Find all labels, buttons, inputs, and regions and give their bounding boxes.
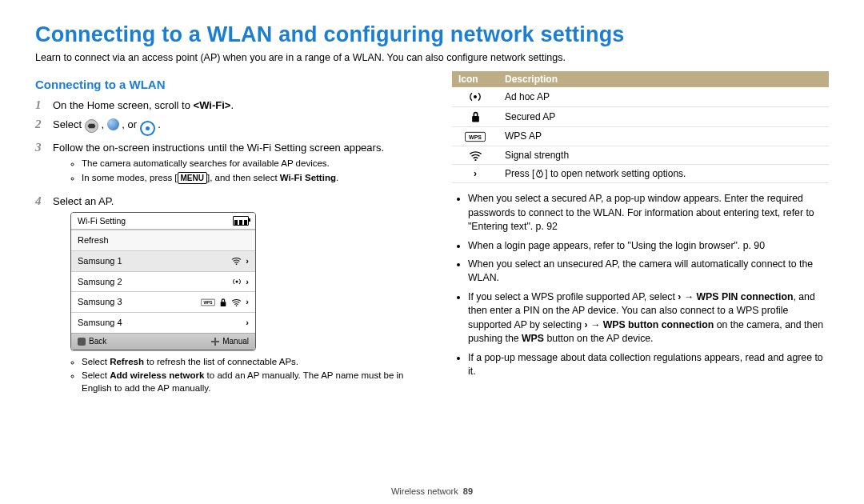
bullet-2: When a login page appears, refer to "Usi… [468, 237, 829, 255]
mode-icon-1 [85, 119, 98, 133]
wps-icon: WPS [201, 298, 215, 306]
table-row: Signal strength [452, 146, 829, 164]
back-key-icon [78, 338, 86, 346]
chevron-right-icon: › [246, 296, 249, 308]
svg-point-0 [236, 264, 238, 265]
panel-row-1: Samsung 1 › [71, 250, 255, 271]
chevron-right-icon: › [246, 276, 249, 288]
panel-row-2: Samsung 2 › [71, 271, 255, 292]
page-title: Connecting to a WLAN and configuring net… [35, 22, 829, 47]
panel-back: Back [78, 336, 106, 347]
th-icon: Icon [452, 71, 498, 87]
panel-manual: Manual [211, 336, 249, 347]
subheading: Connecting to a WLAN [35, 78, 412, 91]
svg-text:WPS: WPS [204, 301, 214, 305]
table-row: WPS WPS AP [452, 127, 829, 146]
step-2: Select , , or . [35, 115, 412, 138]
step-1: On the Home screen, scroll to <Wi-Fi>. [35, 96, 412, 115]
svg-point-1 [236, 280, 238, 282]
wifi-signal-icon [469, 150, 482, 161]
bullet-5: If a pop-up message about data collectio… [468, 349, 829, 382]
th-description: Description [498, 71, 829, 87]
target-icon [140, 121, 155, 136]
table-row: Ad hoc AP [452, 87, 829, 107]
wps-icon: WPS [465, 131, 486, 142]
icon-table: Icon Description Ad hoc AP Secured AP WP… [452, 71, 829, 183]
svg-point-10 [474, 159, 476, 161]
step-3-note-2: In some modes, press [MENU], and then se… [82, 171, 412, 186]
panel-row-4: Samsung 4 › [71, 312, 255, 333]
bullet-1: When you select a secured AP, a pop-up w… [468, 190, 829, 236]
adhoc-icon [469, 90, 482, 103]
step-4-note-1: Select Refresh to refresh the list of co… [82, 355, 412, 370]
chevron-right-icon: › [246, 255, 249, 267]
lock-icon [219, 298, 227, 307]
globe-icon [107, 118, 119, 130]
adhoc-icon [232, 277, 242, 286]
step-3-note-1: The camera automatically searches for av… [82, 157, 412, 171]
wifi-signal-icon [231, 298, 242, 306]
bullet-4: If you select a WPS profile supported AP… [468, 288, 829, 349]
panel-refresh: Refresh [71, 230, 255, 250]
chevron-right-icon: › [474, 168, 477, 179]
menu-button-tag: MENU [178, 172, 207, 184]
bullet-3: When you select an unsecured AP, the cam… [468, 255, 829, 288]
svg-text:WPS: WPS [469, 134, 482, 139]
svg-rect-7 [472, 116, 479, 122]
step-4-note-2: Select Add wireless network to add an AP… [82, 369, 412, 395]
chevron-right-icon: › [246, 317, 249, 329]
svg-point-6 [474, 95, 477, 98]
page-footer: Wireless network 89 [0, 486, 864, 496]
dpad-icon [211, 338, 219, 346]
right-column: Icon Description Ad hoc AP Secured AP WP… [452, 71, 829, 402]
wifi-signal-icon [231, 257, 242, 265]
wifi-setting-panel: Wi-Fi Setting Refresh Samsung 1 › [70, 212, 256, 350]
panel-title: Wi-Fi Setting [78, 215, 126, 226]
svg-rect-4 [221, 302, 226, 306]
self-timer-icon [534, 168, 545, 178]
lock-icon [470, 110, 481, 123]
intro-text: Learn to connect via an access point (AP… [35, 52, 829, 63]
table-row: › Press [] to open network setting optio… [452, 165, 829, 183]
panel-row-3: Samsung 3 WPS › [71, 291, 255, 312]
step-3: Follow the on-screen instructions until … [35, 138, 412, 193]
step-4: Select an AP. Wi-Fi Setting Refresh Sams… [35, 192, 412, 402]
left-column: Connecting to a WLAN On the Home screen,… [35, 71, 412, 402]
table-row: Secured AP [452, 107, 829, 127]
battery-icon [233, 216, 249, 226]
svg-point-5 [236, 305, 238, 306]
